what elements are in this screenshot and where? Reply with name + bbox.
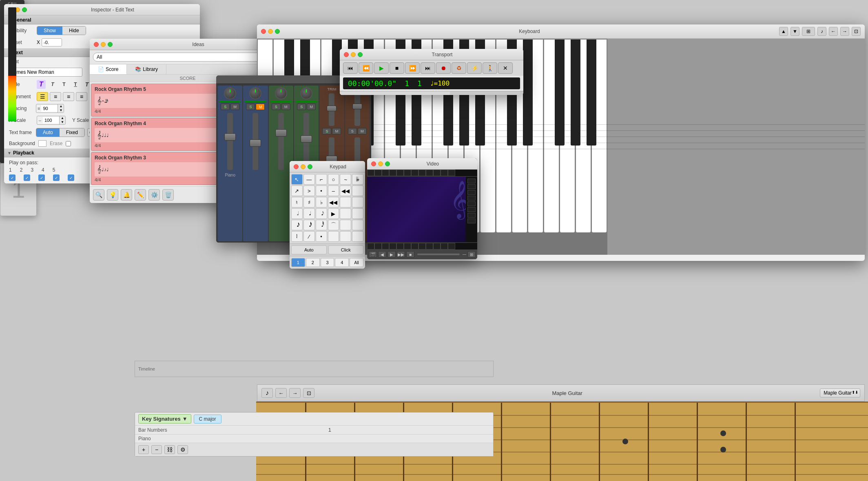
italic-bold-icon[interactable]: T <box>37 80 46 89</box>
click-button[interactable]: Click <box>328 245 364 254</box>
video-play-btn[interactable]: ▶ <box>388 251 396 258</box>
auto-button[interactable]: Auto <box>36 128 60 137</box>
rewind-to-start-button[interactable]: ⏮ <box>343 62 358 74</box>
black-key[interactable] <box>571 40 580 146</box>
keyboard-minimize[interactable] <box>268 29 273 34</box>
keypad-close[interactable] <box>294 164 299 169</box>
kp-num-all[interactable]: All <box>350 258 363 267</box>
offset-x-input[interactable] <box>42 38 62 46</box>
channel-5-solo[interactable]: S <box>322 128 331 135</box>
kp-num-2[interactable]: 2 <box>306 258 320 267</box>
xscale-input[interactable] <box>43 117 59 124</box>
ideas-lightbulb-tool[interactable]: 💡 <box>107 189 118 201</box>
ks-remove-button[interactable]: − <box>151 445 162 454</box>
pass-check-3[interactable]: ✓ <box>38 174 45 181</box>
channel-3-knob[interactable] <box>275 87 287 99</box>
align-justify-button[interactable]: ≡ <box>76 92 87 101</box>
kp-empty2[interactable] <box>340 197 351 207</box>
align-left-button[interactable]: ☰ <box>37 92 48 101</box>
kp-empty3[interactable] <box>352 197 363 207</box>
maximize-button[interactable] <box>22 7 27 12</box>
ideas-bell-tool[interactable]: 🔔 <box>121 189 132 201</box>
black-key[interactable] <box>523 40 533 146</box>
loop-button[interactable]: ♻ <box>452 62 466 74</box>
nav-forward-btn[interactable]: → <box>289 388 301 398</box>
kp-natural[interactable]: ♮ <box>291 197 303 207</box>
keyboard-maximize[interactable] <box>275 29 280 34</box>
kp-slash[interactable]: ∕ <box>303 231 315 242</box>
kp-beam2[interactable]: 𝅘𝅥𝅰𝅘𝅥𝅰 <box>303 220 315 230</box>
keyboard-grid-btn[interactable]: ⊞ <box>802 27 815 36</box>
channel-1-knob[interactable] <box>224 87 236 99</box>
ideas-tab-library[interactable]: 📚 Library <box>127 64 166 74</box>
kp-gt[interactable]: > <box>303 185 315 196</box>
kp-play[interactable]: ▶ <box>328 208 339 219</box>
keyboard-music-btn[interactable]: ♪ <box>817 27 826 36</box>
ideas-tab-score[interactable]: 📄 Score <box>90 64 127 74</box>
play-button[interactable]: ▶ <box>374 62 389 74</box>
kp-rewind[interactable]: ◀◀ <box>340 185 351 196</box>
kp-num-3[interactable]: 3 <box>321 258 334 267</box>
video-maximize[interactable] <box>385 161 390 166</box>
spacing-up[interactable]: ▲ <box>58 104 64 108</box>
kp-empty9[interactable] <box>340 231 351 242</box>
channel-1-fader[interactable] <box>224 133 236 141</box>
transport-maximize[interactable] <box>358 52 363 57</box>
show-button[interactable]: Show <box>37 26 62 35</box>
kp-dot1[interactable]: • <box>316 185 327 196</box>
black-key[interactable] <box>555 40 565 146</box>
ideas-close-button[interactable] <box>94 42 99 47</box>
xscale-stepper[interactable]: ▲ ▼ <box>59 116 65 124</box>
kp-note2[interactable]: 𝅘𝅥 <box>303 208 315 219</box>
kp-bracket[interactable]: ⌐ <box>316 174 327 185</box>
kp-note1[interactable]: 𝅗𝅥 <box>291 208 303 219</box>
spacing-stepper[interactable]: ▲ ▼ <box>58 104 64 113</box>
video-zoom-btn[interactable]: ⊞ <box>467 251 476 258</box>
keyboard-back-btn[interactable]: ← <box>829 27 838 36</box>
record-button[interactable]: ⏺ <box>436 62 451 74</box>
kp-dash2[interactable]: – <box>328 185 339 196</box>
ideas-search-input[interactable] <box>93 53 272 62</box>
channel-6-solo[interactable]: S <box>348 128 357 135</box>
kp-num-4[interactable]: 4 <box>335 258 349 267</box>
channel-2-mute[interactable]: M <box>256 104 265 110</box>
fixed-button[interactable]: Fixed <box>60 128 84 137</box>
bg-color-swatch[interactable] <box>38 140 46 147</box>
video-close[interactable] <box>371 161 376 166</box>
hide-button[interactable]: Hide <box>62 26 86 35</box>
kp-flag1[interactable]: 𝄔 <box>291 231 303 242</box>
keypad-maximize[interactable] <box>308 164 312 169</box>
ideas-pencil-tool[interactable]: ✏️ <box>135 189 146 201</box>
pass-check-4[interactable]: ✓ <box>53 174 60 181</box>
channel-1-mute[interactable]: M <box>230 104 239 110</box>
kp-cursor[interactable]: ↖ <box>291 174 303 185</box>
channel-2-solo[interactable]: S <box>246 104 255 110</box>
kp-empty8[interactable] <box>328 231 339 242</box>
nav-instrument-select[interactable]: Maple Guitar ⬆⬇ <box>820 388 860 397</box>
erase-checkbox[interactable] <box>66 141 71 146</box>
textframe-toggle[interactable]: Auto Fixed <box>36 128 85 137</box>
key-signatures-dropdown[interactable]: Key Signatures ▼ <box>138 414 191 424</box>
kp-circle[interactable]: ○ <box>328 174 339 185</box>
kp-num-1[interactable]: 1 <box>291 258 305 267</box>
channel-2-knob[interactable] <box>249 87 261 99</box>
pass-check-1[interactable]: ✓ <box>9 174 16 181</box>
channel-1-solo[interactable]: S <box>221 104 230 110</box>
ideas-gear-tool[interactable]: ⚙️ <box>148 189 160 201</box>
channel-6-mute[interactable]: M <box>358 128 367 135</box>
channel-2-fader[interactable] <box>250 139 261 147</box>
ideas-minimize-button[interactable] <box>101 42 106 47</box>
kp-rewind2[interactable]: ◀◀ <box>328 197 339 207</box>
channel-4-fader[interactable] <box>301 135 312 143</box>
ks-link-button[interactable]: ⛓ <box>164 445 175 454</box>
channel-4-solo[interactable]: S <box>297 104 306 110</box>
align-right-button[interactable]: ≡ <box>63 92 74 101</box>
channel-3-fader[interactable] <box>275 129 287 137</box>
video-stop-btn[interactable]: ■ <box>406 251 414 258</box>
kp-dash1[interactable]: — <box>303 174 315 185</box>
xscale-down[interactable]: ▼ <box>60 120 65 124</box>
keyboard-copy-btn[interactable]: ⊡ <box>852 27 861 36</box>
ideas-trash-tool[interactable]: 🗑️ <box>162 189 174 201</box>
kp-cursor2[interactable]: ↗ <box>291 185 303 196</box>
black-key[interactable] <box>587 40 596 146</box>
